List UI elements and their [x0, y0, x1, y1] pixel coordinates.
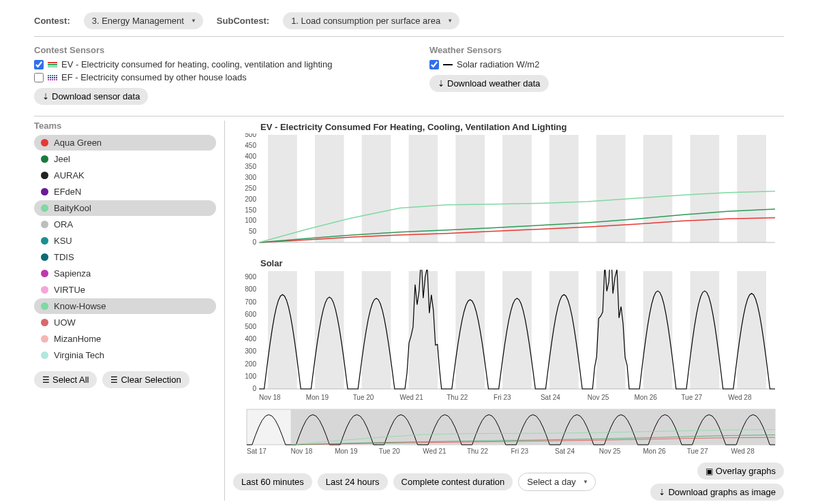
team-name: Aqua Green — [54, 138, 102, 148]
divider — [34, 36, 784, 37]
last-24-button[interactable]: Last 24 hours — [318, 473, 388, 490]
team-item-know-howse[interactable]: Know-Howse — [34, 298, 216, 314]
svg-text:Wed 28: Wed 28 — [728, 394, 752, 401]
svg-text:Sat 24: Sat 24 — [555, 447, 575, 455]
ev-chart[interactable]: 050100150200250300350400450500 — [233, 133, 784, 253]
ev-checkbox-input[interactable] — [34, 60, 44, 69]
svg-text:400: 400 — [245, 335, 256, 343]
svg-text:50: 50 — [249, 227, 257, 235]
download-icon: ⇣ — [658, 488, 665, 497]
divider — [34, 116, 784, 116]
team-item-mizanhome[interactable]: MizanHome — [34, 331, 216, 347]
svg-text:350: 350 — [245, 163, 256, 170]
ef-checkbox[interactable]: EF - Electricity consumed by other house… — [34, 71, 389, 84]
weather-sensors-title: Weather Sensors — [429, 45, 784, 55]
svg-rect-10 — [409, 135, 438, 242]
team-color-dot — [41, 237, 48, 245]
ef-legend-icon — [48, 74, 57, 81]
team-item-aurak[interactable]: AURAK — [34, 168, 216, 183]
svg-text:150: 150 — [245, 206, 256, 214]
team-color-dot — [41, 155, 48, 163]
team-item-baitykool[interactable]: BaityKool — [34, 200, 216, 216]
svg-text:Fri 23: Fri 23 — [511, 447, 529, 455]
svg-text:900: 900 — [245, 273, 256, 281]
team-item-virginia-tech[interactable]: Virginia Tech — [34, 347, 216, 363]
overlay-graphs-button[interactable]: ▣Overlay graphs — [697, 462, 784, 479]
ev-label: EV - Electricity consumed for heating, c… — [61, 59, 332, 69]
subcontest-select[interactable]: 1. Load consumption per surface area — [283, 12, 459, 29]
svg-text:Nov 25: Nov 25 — [588, 394, 609, 401]
svg-text:100: 100 — [245, 217, 256, 224]
team-item-efden[interactable]: EFdeN — [34, 184, 216, 200]
teams-sidebar: Teams Aqua GreenJeelAURAKEFdeNBaityKoolO… — [34, 121, 225, 501]
team-item-sapienza[interactable]: Sapienza — [34, 266, 216, 281]
team-color-dot — [41, 139, 48, 146]
contest-select[interactable]: 3. Energy Management — [84, 12, 203, 29]
team-name: Know-Howse — [54, 301, 106, 311]
team-item-jeel[interactable]: Jeel — [34, 151, 216, 167]
solar-checkbox-input[interactable] — [429, 60, 439, 69]
svg-text:Mon 26: Mon 26 — [643, 447, 666, 455]
svg-text:450: 450 — [245, 142, 256, 149]
team-name: TDIS — [54, 252, 74, 262]
svg-rect-7 — [268, 135, 297, 242]
select-day-dropdown[interactable]: Select a day — [518, 473, 596, 491]
svg-text:Nov 18: Nov 18 — [259, 394, 281, 401]
download-weather-button[interactable]: ⇣ Download weather data — [429, 75, 549, 92]
full-duration-button[interactable]: Complete contest duration — [393, 473, 513, 490]
svg-text:200: 200 — [245, 360, 256, 368]
svg-text:Sat 24: Sat 24 — [541, 394, 560, 401]
solar-chart-title: Solar — [260, 258, 784, 268]
team-item-ksu[interactable]: KSU — [34, 233, 216, 249]
svg-text:250: 250 — [245, 185, 256, 192]
team-name: AURAK — [54, 170, 85, 180]
svg-rect-38 — [643, 271, 673, 389]
select-all-button[interactable]: ☰Select All — [34, 371, 97, 388]
svg-text:0: 0 — [252, 385, 256, 392]
svg-text:Tue 20: Tue 20 — [353, 394, 374, 401]
ev-checkbox[interactable]: EV - Electricity consumed for heating, c… — [34, 58, 389, 71]
download-image-button[interactable]: ⇣Download graphs as image — [650, 484, 784, 501]
clear-selection-button[interactable]: ☰Clear Selection — [102, 371, 189, 388]
solar-checkbox[interactable]: Solar radiation W/m2 — [429, 58, 784, 71]
team-color-dot — [41, 188, 48, 195]
team-item-uow[interactable]: UOW — [34, 315, 216, 330]
team-item-tdis[interactable]: TDIS — [34, 249, 216, 265]
team-item-aqua-green[interactable]: Aqua Green — [34, 135, 216, 151]
svg-text:100: 100 — [245, 373, 256, 380]
svg-rect-17 — [737, 135, 766, 242]
solar-chart[interactable]: 0100200300400500600700800900Nov 18Mon 19… — [233, 270, 784, 403]
svg-text:Wed 21: Wed 21 — [423, 447, 446, 455]
download-icon: ⇣ — [438, 79, 444, 89]
team-name: BaityKool — [54, 203, 91, 213]
svg-text:Nov 25: Nov 25 — [599, 447, 621, 455]
team-actions: ☰Select All ☰Clear Selection — [34, 371, 216, 388]
svg-text:Wed 28: Wed 28 — [731, 447, 755, 455]
svg-text:800: 800 — [245, 285, 256, 293]
team-color-dot — [41, 172, 48, 179]
svg-text:Mon 19: Mon 19 — [335, 447, 358, 455]
svg-text:Tue 27: Tue 27 — [681, 394, 702, 401]
team-color-dot — [41, 221, 48, 228]
svg-text:500: 500 — [245, 133, 256, 138]
svg-text:0: 0 — [252, 238, 256, 246]
time-range-controls: Last 60 minutes Last 24 hours Complete c… — [233, 462, 784, 501]
svg-text:Mon 19: Mon 19 — [306, 394, 329, 401]
sensors-row: Contest Sensors EV - Electricity consume… — [34, 41, 784, 112]
team-item-ora[interactable]: ORA — [34, 217, 216, 232]
team-item-virtue[interactable]: VIRTUe — [34, 282, 216, 298]
svg-rect-9 — [362, 135, 391, 242]
svg-rect-37 — [596, 271, 626, 389]
contest-sensors-title: Contest Sensors — [34, 45, 389, 55]
svg-text:200: 200 — [245, 195, 256, 203]
last-60-button[interactable]: Last 60 minutes — [233, 473, 312, 490]
overview-chart[interactable]: Sat 17Nov 18Mon 19Tue 20Wed 21Thu 22Fri … — [233, 408, 784, 456]
team-color-dot — [41, 270, 48, 277]
contest-label: Contest: — [34, 16, 70, 26]
svg-text:700: 700 — [245, 298, 256, 306]
team-list: Aqua GreenJeelAURAKEFdeNBaityKoolORAKSUT… — [34, 135, 216, 363]
layers-icon: ▣ — [706, 467, 713, 476]
ef-checkbox-input[interactable] — [34, 73, 44, 82]
download-sensor-button[interactable]: ⇣ Download sensor data — [34, 88, 148, 105]
team-name: UOW — [54, 317, 76, 328]
